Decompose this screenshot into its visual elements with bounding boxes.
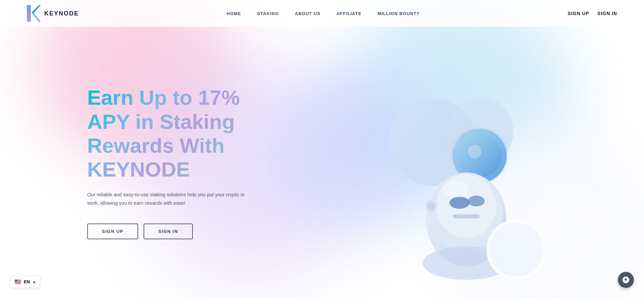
logo-icon [27, 5, 41, 22]
svg-rect-0 [27, 5, 31, 22]
nav-about[interactable]: ABOUT US [295, 11, 320, 16]
header-auth: SIGN UP SIGN IN [568, 11, 617, 16]
chevron-down-icon: ▲ [33, 280, 36, 284]
hero-signin-button[interactable]: SIGN IN [144, 224, 193, 239]
svg-marker-1 [32, 5, 41, 22]
nav-home[interactable]: HOME [227, 11, 241, 16]
hero-section: Earn Up to 17% APY in Staking Rewards Wi… [0, 27, 644, 298]
svg-point-11 [449, 197, 470, 209]
logo[interactable]: KEYNODE [27, 5, 79, 22]
hero-illustration [342, 54, 577, 298]
hero-text-block: Earn Up to 17% APY in Staking Rewards Wi… [87, 86, 268, 239]
svg-point-20 [443, 181, 470, 198]
svg-point-7 [468, 145, 481, 158]
header-signup-link[interactable]: SIGN UP [568, 11, 589, 16]
svg-point-19 [428, 203, 434, 209]
hero-signup-button[interactable]: SIGN UP [87, 224, 138, 239]
header-signin-link[interactable]: SIGN IN [597, 11, 617, 16]
hero-cta-group: SIGN UP SIGN IN [87, 224, 268, 239]
hero-headline: Earn Up to 17% APY in Staking Rewards Wi… [87, 86, 268, 181]
main-nav: HOME STAKING ABOUT US AFFILIATE MILLION … [227, 11, 420, 16]
chat-button[interactable] [618, 272, 634, 288]
nav-staking[interactable]: STAKING [257, 11, 279, 16]
svg-point-17 [490, 223, 543, 277]
flag-icon: 🇺🇸 [14, 279, 21, 285]
language-code: EN [24, 279, 30, 284]
chat-icon [622, 276, 630, 284]
hero-subtitle: Our reliable and easy-to-use staking sol… [87, 191, 255, 207]
language-selector[interactable]: 🇺🇸 EN ▲ [10, 276, 40, 288]
robot-3d-model [376, 75, 543, 277]
nav-affiliate[interactable]: AFFILIATE [336, 11, 361, 16]
logo-text: KEYNODE [44, 10, 79, 17]
svg-rect-13 [453, 214, 480, 218]
nav-bounty[interactable]: MILLION BOUNTY [378, 11, 420, 16]
header: KEYNODE HOME STAKING ABOUT US AFFILIATE … [0, 0, 644, 27]
svg-point-12 [468, 196, 485, 206]
